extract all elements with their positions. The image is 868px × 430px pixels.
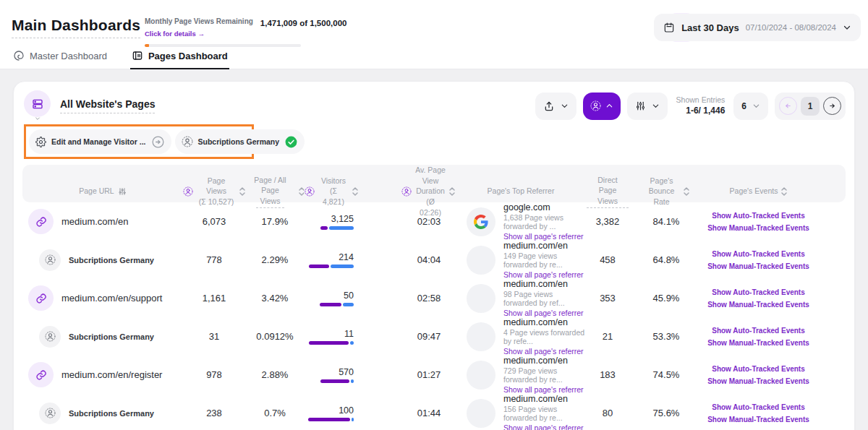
auto-events-link[interactable]: Show Auto-Tracked Events <box>712 327 805 335</box>
table-row[interactable]: Subcriptions Germany 31 0.0912% 11 09:47 <box>22 317 846 356</box>
col-page-url[interactable]: Page URL <box>22 186 183 197</box>
shown-entries-value: 1-6/ 1,446 <box>676 105 726 116</box>
show-all-referrer-link[interactable]: Show all page's referrer <box>503 347 587 356</box>
referrer-name: medium.com/en <box>503 279 587 289</box>
date-range-picker[interactable]: Last 30 Days 07/10/2024 - 08/08/2024 <box>654 14 861 41</box>
sort-icon[interactable] <box>781 186 787 197</box>
visitors-bar <box>320 226 354 230</box>
usage-label: Monthly Page Views Remaining <box>145 17 253 26</box>
auto-events-link[interactable]: Show Auto-Tracked Events <box>712 250 805 258</box>
usage-details-link[interactable]: Click for details → <box>145 30 205 38</box>
row-type-badge <box>28 285 54 311</box>
col-label: Direct Page Views <box>587 175 629 208</box>
manual-events-link[interactable]: Show Manual-Tracked Events <box>707 301 809 309</box>
date-range-value: 07/10/2024 - 08/08/2024 <box>746 23 836 32</box>
col-bounce-rate[interactable]: Page's Bounce Rate <box>643 176 710 207</box>
col-sublabel: (Σ 4,821) <box>318 186 349 207</box>
sort-icon[interactable] <box>449 186 455 197</box>
sort-icon[interactable] <box>352 186 358 197</box>
table-body: medium.com/en 6,073 17.9% 3,125 02:03 <box>22 202 846 430</box>
page-size-select[interactable]: 6 <box>733 93 768 120</box>
avg-duration-value: 02:03 <box>380 216 455 227</box>
visitors-bar-blue <box>343 303 354 306</box>
gear-icon <box>35 137 46 147</box>
page-views-value: 778 <box>183 254 245 265</box>
filter-label: Subcriptions Germany <box>198 137 280 146</box>
table-type-selector[interactable] <box>24 90 51 121</box>
referrer-avatar <box>467 246 495 275</box>
sort-icon[interactable] <box>684 186 689 197</box>
bounce-rate-value: 53.3% <box>643 331 710 342</box>
current-page[interactable]: 1 <box>801 97 820 116</box>
show-all-referrer-link[interactable]: Show all page's referrer <box>503 270 587 279</box>
visitors-bar <box>320 303 354 306</box>
sort-icon[interactable] <box>299 186 305 197</box>
sort-icon[interactable] <box>239 186 245 197</box>
show-all-referrer-link[interactable]: Show all page's referrer <box>503 385 587 394</box>
page-views-value: 31 <box>183 331 245 342</box>
visitors-cell: 214 <box>305 252 380 268</box>
visitors-cell: 100 <box>305 405 380 421</box>
table-row[interactable]: medium.com/en/support 1,161 3.42% 50 02:… <box>22 279 846 317</box>
visitor-icon <box>590 100 601 111</box>
visitors-bar-blue <box>350 341 354 345</box>
manual-events-link[interactable]: Show Manual-Tracked Events <box>707 339 809 347</box>
visitor-segment-button[interactable] <box>583 93 621 120</box>
auto-events-link[interactable]: Show Auto-Tracked Events <box>712 403 805 411</box>
segment-filter[interactable]: Subcriptions Germany <box>175 129 305 154</box>
bounce-rate-value: 45.9% <box>643 293 710 304</box>
column-settings-button[interactable] <box>627 93 668 120</box>
referrer-name: google.com <box>503 202 587 212</box>
table-row[interactable]: medium.com/en/register 978 2.88% 570 01:… <box>22 356 846 394</box>
avg-duration-value: 04:04 <box>380 254 455 265</box>
visitors-bar-blue <box>352 418 354 421</box>
manual-events-link[interactable]: Show Manual-Tracked Events <box>707 224 809 232</box>
col-visitors[interactable]: Visitors (Σ 4,821) <box>305 176 380 207</box>
bounce-rate-value: 74.5% <box>643 369 710 380</box>
table-row[interactable]: Subcriptions Germany 778 2.29% 214 04:04 <box>22 241 846 279</box>
sliders-icon <box>635 100 646 111</box>
prev-page-button[interactable] <box>779 97 797 115</box>
edit-visitor-filter[interactable]: Edit and Manage Visitor ... <box>29 129 171 154</box>
manual-events-link[interactable]: Show Manual-Tracked Events <box>707 377 809 385</box>
visitors-cell: 11 <box>305 329 380 345</box>
referrer-cell: medium.com/en 729 Page views forwarded b… <box>455 356 587 394</box>
col-page-share[interactable]: Page / All Page Views <box>245 175 305 208</box>
manual-events-link[interactable]: Show Manual-Tracked Events <box>707 262 809 270</box>
visitors-bar-purple <box>320 303 341 306</box>
auto-events-link[interactable]: Show Auto-Tracked Events <box>712 365 805 373</box>
show-all-referrer-link[interactable]: Show all page's referrer <box>503 232 587 241</box>
table-row[interactable]: Subcriptions Germany 238 0.7% 100 01:44 <box>22 394 846 430</box>
next-page-button[interactable] <box>823 97 841 115</box>
auto-events-link[interactable]: Show Auto-Tracked Events <box>712 212 805 220</box>
col-avg-duration[interactable]: Av. Page View Duration (Ø 02:26) <box>380 165 455 218</box>
visitors-bar-purple <box>320 226 328 230</box>
page-size-value: 6 <box>741 101 746 111</box>
auto-events-link[interactable]: Show Auto-Tracked Events <box>712 288 805 296</box>
card-header: All Website's Pages <box>14 82 854 122</box>
export-button[interactable] <box>535 93 576 120</box>
calendar-icon <box>663 22 675 33</box>
column-filter-icon[interactable] <box>118 187 127 196</box>
direct-views-value: 3,382 <box>587 216 643 227</box>
row-type-badge <box>28 362 54 387</box>
avg-duration-value: 01:27 <box>380 369 455 380</box>
visitor-icon-badge <box>45 331 56 342</box>
col-page-views[interactable]: Page Views (Σ 10,527) <box>183 176 245 207</box>
pages-table-card: All Website's Pages <box>13 81 855 430</box>
avg-duration-value: 02:58 <box>380 293 455 304</box>
link-icon-badge <box>35 216 47 228</box>
col-page-events[interactable]: Page's Events <box>710 186 847 197</box>
referrer-cell: google.com 1,638 Page views forwarded by… <box>455 202 587 241</box>
page-share-value: 0.7% <box>245 408 305 418</box>
visitors-value: 100 <box>339 405 354 416</box>
swirl-icon <box>13 50 25 61</box>
visitors-cell: 570 <box>305 367 380 383</box>
tab-master-dashboard[interactable]: Master Dashboard <box>12 44 109 69</box>
show-all-referrer-link[interactable]: Show all page's referrer <box>503 309 587 317</box>
shown-entries: Shown Entries 1-6/ 1,446 <box>676 95 726 116</box>
show-all-referrer-link[interactable]: Show all page's referrer <box>503 423 587 430</box>
manual-events-link[interactable]: Show Manual-Tracked Events <box>707 416 809 423</box>
page-share-value: 17.9% <box>245 216 305 227</box>
tab-pages-dashboard[interactable]: Pages Dashboard <box>130 44 229 69</box>
